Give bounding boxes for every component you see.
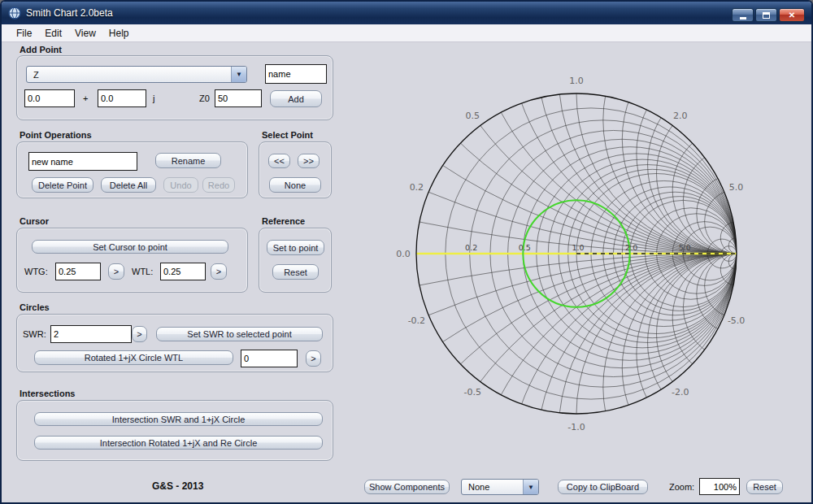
swr-label: SWR: — [23, 329, 46, 339]
reset-reference-button[interactable]: Reset — [272, 264, 319, 280]
intersections-title: Intersections — [20, 389, 75, 398]
rename-button[interactable]: Rename — [155, 153, 221, 168]
redo-button[interactable]: Redo — [202, 177, 235, 193]
svg-text:0.5: 0.5 — [465, 111, 480, 121]
credit-label: G&S - 2013 — [152, 480, 203, 492]
svg-text:0.0: 0.0 — [396, 249, 411, 259]
set-cursor-to-point-button[interactable]: Set Cursor to point — [32, 240, 228, 254]
maximize-button[interactable] — [755, 8, 777, 22]
z0-input[interactable] — [215, 89, 262, 107]
circles-title: Circles — [20, 302, 50, 312]
svg-text:0.5: 0.5 — [519, 243, 531, 252]
point-type-value: Z — [27, 67, 231, 82]
prev-point-button[interactable]: << — [268, 154, 290, 168]
menu-help[interactable]: Help — [102, 26, 136, 41]
menu-edit[interactable]: Edit — [38, 26, 68, 41]
rotation-wtl-input[interactable] — [241, 350, 298, 367]
svg-text:2.0: 2.0 — [673, 111, 688, 121]
reference-title: Reference — [262, 216, 305, 226]
swr-apply-button[interactable]: > — [132, 326, 147, 342]
svg-text:5.0: 5.0 — [729, 182, 744, 193]
add-point-title: Add Point — [20, 45, 62, 54]
intersections-group — [16, 400, 333, 461]
close-button[interactable]: ✕ — [779, 8, 805, 22]
svg-text:-0.2: -0.2 — [408, 315, 425, 326]
z0-label: Z0 — [199, 93, 210, 103]
set-swr-to-selected-point-button[interactable]: Set SWR to selected point — [156, 327, 323, 341]
svg-text:0.2: 0.2 — [410, 182, 424, 193]
undo-button[interactable]: Undo — [163, 177, 198, 193]
menu-file[interactable]: File — [10, 26, 38, 41]
svg-text:-0.5: -0.5 — [463, 387, 480, 398]
plus-label: + — [83, 93, 88, 103]
wtg-apply-button[interactable]: > — [108, 263, 124, 280]
wtl-label: WTL: — [132, 267, 153, 276]
wtl-input[interactable] — [160, 263, 206, 280]
titlebar: Smith Chart 2.0beta ✕ — [2, 2, 811, 24]
reference-group — [259, 228, 332, 293]
wtg-label: WTG: — [24, 267, 48, 276]
wtg-input[interactable] — [55, 263, 101, 280]
svg-text:-1.0: -1.0 — [567, 422, 585, 432]
none-button[interactable]: None — [269, 177, 321, 193]
point-type-combobox[interactable]: Z ▼ — [26, 66, 247, 83]
intersection-swr-1jx-button[interactable]: Intersection SWR and 1+jX Circle — [34, 412, 323, 426]
menu-view[interactable]: View — [68, 26, 102, 41]
svg-text:1.0: 1.0 — [569, 76, 584, 86]
add-button[interactable]: Add — [270, 90, 322, 107]
set-reference-button[interactable]: Set to point — [267, 240, 324, 255]
svg-text:-5.0: -5.0 — [728, 315, 745, 326]
app-window: Smith Chart 2.0beta ✕ File Edit View Hel… — [0, 0, 813, 504]
window-title: Smith Chart 2.0beta — [26, 7, 113, 19]
svg-text:0.2: 0.2 — [465, 243, 477, 252]
app-icon — [8, 7, 21, 20]
delete-point-button[interactable]: Delete Point — [32, 177, 93, 193]
chevron-down-icon: ▼ — [231, 67, 246, 82]
minimize-button[interactable] — [732, 8, 754, 22]
smith-chart[interactable]: 1.00.52.00.25.00.0-0.2-5.0-0.5-2.0-1.00.… — [351, 42, 813, 485]
delete-all-button[interactable]: Delete All — [101, 177, 156, 193]
rotated-circle-wtl-button[interactable]: Rotated 1+jX Circle WTL — [34, 350, 233, 365]
svg-text:2.0: 2.0 — [625, 243, 637, 252]
select-point-title: Select Point — [262, 130, 313, 140]
svg-text:1.0: 1.0 — [572, 243, 584, 252]
j-label: j — [153, 93, 154, 103]
swr-input[interactable] — [50, 325, 132, 343]
rotation-apply-button[interactable]: > — [306, 350, 321, 367]
maximize-icon — [763, 12, 770, 19]
svg-text:5.0: 5.0 — [679, 243, 691, 252]
imag-part-input[interactable] — [98, 89, 146, 107]
svg-text:-2.0: -2.0 — [672, 387, 689, 398]
minimize-icon — [740, 17, 746, 20]
menu-bar: File Edit View Help — [2, 24, 811, 42]
cursor-group — [16, 228, 248, 293]
cursor-title: Cursor — [20, 216, 49, 226]
wtl-apply-button[interactable]: > — [211, 263, 227, 280]
intersection-rotated-re-button[interactable]: Intersection Rotated 1+jX and Re Circle — [34, 436, 323, 450]
point-operations-title: Point Operations — [20, 130, 92, 140]
next-point-button[interactable]: >> — [298, 154, 320, 168]
point-name-input[interactable] — [265, 64, 327, 84]
rename-input[interactable] — [28, 152, 137, 171]
real-part-input[interactable] — [24, 89, 75, 107]
